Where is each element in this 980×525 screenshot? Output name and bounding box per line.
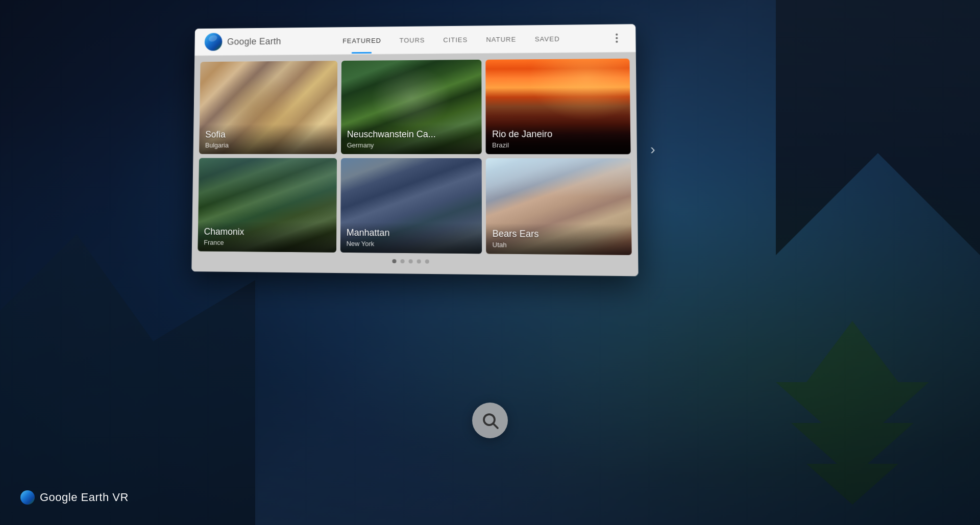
tab-tours[interactable]: TOURS: [390, 27, 434, 53]
brand-vr-label: Google Earth VR: [40, 491, 129, 504]
pagination-dot-3[interactable]: [409, 259, 413, 263]
brand-earth-icon: [20, 490, 35, 505]
dot-1: [616, 34, 618, 36]
card-rio-title: Rio de Janeiro: [492, 129, 624, 140]
card-manhattan-subtitle: New York: [346, 240, 476, 248]
pagination-dot-4[interactable]: [417, 259, 421, 263]
card-chamonix-subtitle: France: [204, 239, 330, 247]
dot-2: [616, 37, 618, 39]
pagination-dot-2[interactable]: [401, 259, 405, 263]
tab-nature[interactable]: NATURE: [477, 26, 525, 53]
card-chamonix[interactable]: Chamonix France: [198, 158, 336, 253]
tab-saved[interactable]: SAVED: [525, 26, 569, 52]
card-chamonix-title: Chamonix: [204, 227, 330, 238]
next-arrow-button[interactable]: ›: [642, 139, 664, 160]
card-manhattan-overlay: Manhattan New York: [340, 222, 482, 254]
pagination-dot-1[interactable]: [392, 259, 396, 263]
card-bears-ears-subtitle: Utah: [493, 241, 625, 249]
logo-area: Google Earth: [205, 32, 281, 51]
card-bears-ears-title: Bears Ears: [493, 229, 625, 241]
bottom-brand: Google Earth VR: [20, 490, 129, 505]
nav-tabs: FEATURED TOURS CITIES NATURE SAVED: [296, 25, 608, 54]
more-menu-button[interactable]: [608, 30, 625, 46]
card-sofia-subtitle: Bulgaria: [205, 141, 331, 149]
panel-header: Google Earth FEATURED TOURS CITIES NATUR…: [194, 24, 635, 56]
card-neuschwanstein[interactable]: Neuschwanstein Ca... Germany: [341, 60, 482, 154]
card-bears-ears[interactable]: Bears Ears Utah: [486, 158, 631, 255]
main-panel: Google Earth FEATURED TOURS CITIES NATUR…: [191, 24, 638, 276]
card-neuschwanstein-title: Neuschwanstein Ca...: [347, 129, 476, 140]
card-chamonix-overlay: Chamonix France: [198, 221, 336, 252]
panel-body: Sofia Bulgaria Neuschwanstein Ca... Germ…: [191, 53, 638, 277]
svg-line-1: [494, 424, 498, 428]
card-sofia-overlay: Sofia Bulgaria: [199, 124, 337, 154]
google-earth-panel: Google Earth FEATURED TOURS CITIES NATUR…: [191, 24, 638, 276]
search-icon: [481, 411, 499, 430]
cards-grid: Sofia Bulgaria Neuschwanstein Ca... Germ…: [198, 59, 631, 255]
card-manhattan-title: Manhattan: [347, 228, 476, 240]
earth-globe-icon: [205, 33, 223, 51]
pagination-dot-5[interactable]: [425, 259, 429, 263]
search-button[interactable]: [472, 403, 508, 438]
app-name-label: Google Earth: [227, 36, 281, 47]
card-sofia[interactable]: Sofia Bulgaria: [199, 61, 337, 154]
card-sofia-title: Sofia: [205, 130, 331, 141]
card-rio-overlay: Rio de Janeiro Brazil: [486, 124, 631, 155]
brand-row: Google Earth VR: [20, 490, 129, 505]
card-neuschwanstein-overlay: Neuschwanstein Ca... Germany: [341, 124, 482, 154]
tab-featured[interactable]: FEATURED: [333, 28, 390, 54]
card-bears-ears-overlay: Bears Ears Utah: [486, 223, 631, 255]
card-manhattan[interactable]: Manhattan New York: [340, 158, 482, 254]
card-rio-subtitle: Brazil: [492, 141, 624, 149]
card-rio[interactable]: Rio de Janeiro Brazil: [486, 59, 631, 154]
card-neuschwanstein-subtitle: Germany: [347, 141, 476, 149]
nav-right: [608, 30, 625, 46]
tab-cities[interactable]: CITIES: [434, 27, 477, 53]
dot-3: [616, 41, 618, 43]
